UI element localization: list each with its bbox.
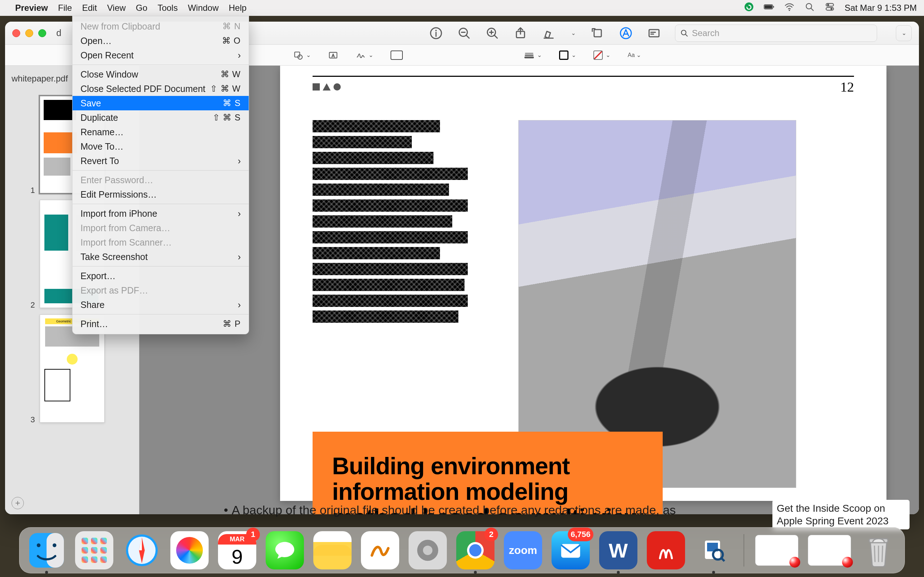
dock-zoom[interactable]: zoom xyxy=(504,531,542,569)
dock-word[interactable]: W xyxy=(599,531,637,569)
svg-point-0 xyxy=(745,3,753,11)
font-tool[interactable]: Aa ⌄ xyxy=(628,52,641,58)
dock-messages[interactable] xyxy=(266,531,304,569)
document-view[interactable]: 12 Building environment information mode… xyxy=(139,66,919,514)
highlight-button[interactable] xyxy=(541,26,556,40)
zoom-out-button[interactable] xyxy=(457,26,472,40)
dock-minimized-window[interactable] xyxy=(808,535,851,566)
dock-notes[interactable] xyxy=(313,531,352,569)
svg-rect-3 xyxy=(764,5,772,9)
thumb-page-2: 2 xyxy=(31,300,35,310)
menu-item-duplicate[interactable]: Duplicate⇧ ⌘ S xyxy=(73,110,249,125)
menu-item-open-recent[interactable]: Open Recent› xyxy=(73,48,249,62)
zoom-in-button[interactable] xyxy=(485,26,499,40)
menu-tools[interactable]: Tools xyxy=(157,3,178,13)
line-style[interactable]: ⌄ xyxy=(524,50,542,60)
dock-settings[interactable] xyxy=(409,531,447,569)
menu-help[interactable]: Help xyxy=(229,3,247,13)
app-menu[interactable]: Preview xyxy=(15,3,48,13)
search-icon xyxy=(680,29,688,37)
dock-finder[interactable] xyxy=(27,531,66,569)
svg-line-54 xyxy=(882,546,883,562)
svg-line-6 xyxy=(811,8,814,11)
search-placeholder: Search xyxy=(692,28,719,38)
spotlight-icon[interactable] xyxy=(804,2,815,15)
svg-point-45 xyxy=(423,546,432,555)
wifi-icon[interactable] xyxy=(784,2,795,15)
menu-item-close-window[interactable]: Close Window⌘ W xyxy=(73,67,249,82)
markup-button[interactable] xyxy=(619,26,633,40)
dock-separator xyxy=(743,534,744,567)
control-center-icon[interactable] xyxy=(824,2,835,15)
background-bullet: •A backup of the original file should be… xyxy=(224,503,676,517)
menu-item-export-as-pdf: Export as PDF… xyxy=(73,283,249,298)
dock-minimized-window[interactable] xyxy=(755,535,798,566)
document-title: d xyxy=(56,28,61,38)
dock-acrobat[interactable] xyxy=(647,531,685,569)
svg-rect-30 xyxy=(294,52,300,57)
svg-rect-37 xyxy=(47,533,64,567)
window-controls xyxy=(12,29,46,37)
dock-trash[interactable] xyxy=(861,531,897,569)
form-button[interactable] xyxy=(647,26,661,40)
dock-preview[interactable] xyxy=(695,531,733,569)
minimize-button[interactable] xyxy=(25,29,33,37)
background-sidebar-item: Get the Inside Scoop on Apple Spring Eve… xyxy=(772,500,909,529)
zoom-button[interactable] xyxy=(38,29,46,37)
battery-icon[interactable] xyxy=(764,2,775,15)
dock-mail[interactable]: 6,756 xyxy=(551,531,590,569)
svg-point-12 xyxy=(435,29,437,31)
menu-item-save[interactable]: Save⌘ S xyxy=(73,96,249,110)
svg-line-15 xyxy=(466,35,469,38)
menu-item-open[interactable]: Open…⌘ O xyxy=(73,34,249,48)
menu-item-take-screenshot[interactable]: Take Screenshot› xyxy=(73,250,249,264)
dock-launchpad[interactable] xyxy=(75,531,113,569)
dock-safari[interactable] xyxy=(123,531,161,569)
add-page-button[interactable]: + xyxy=(11,497,24,509)
dock-photos[interactable] xyxy=(170,531,208,569)
menu-item-print[interactable]: Print…⌘ P xyxy=(73,317,249,331)
rotate-button[interactable] xyxy=(591,26,605,40)
svg-rect-23 xyxy=(594,29,601,37)
menu-go[interactable]: Go xyxy=(136,3,147,13)
fill-color[interactable]: ⌄ xyxy=(593,50,611,60)
menu-item-enter-password: Enter Password… xyxy=(73,173,249,187)
highlight-chevron[interactable]: ⌄ xyxy=(570,26,577,40)
shapes-tool[interactable]: ⌄ xyxy=(293,50,311,60)
menu-item-share[interactable]: Share› xyxy=(73,298,249,312)
dock-calendar[interactable]: MAR91 xyxy=(218,531,256,569)
menu-item-export[interactable]: Export… xyxy=(73,269,249,283)
toolbar-overflow[interactable]: ⌄ xyxy=(896,25,912,41)
share-button[interactable] xyxy=(513,26,528,40)
menu-file[interactable]: File xyxy=(58,3,72,13)
menu-item-close-selected-pdf-document[interactable]: Close Selected PDF Document⇧ ⌘ W xyxy=(73,82,249,96)
menu-item-import-from-iphone[interactable]: Import from iPhone› xyxy=(73,206,249,221)
text-tool[interactable] xyxy=(328,50,338,60)
menu-item-rename[interactable]: Rename… xyxy=(73,125,249,139)
menu-item-edit-permissions[interactable]: Edit Permissions… xyxy=(73,187,249,201)
menu-item-revert-to[interactable]: Revert To› xyxy=(73,154,249,168)
info-button[interactable] xyxy=(429,26,443,40)
dock-chrome[interactable]: 2 xyxy=(456,531,494,569)
menubar-clock[interactable]: Sat Mar 9 1:53 PM xyxy=(845,3,917,13)
dock-freeform[interactable] xyxy=(361,531,399,569)
svg-point-39 xyxy=(53,543,56,547)
close-button[interactable] xyxy=(12,29,20,37)
menubar: Preview File Edit View Go Tools Window H… xyxy=(0,0,924,16)
page-ornament-icon xyxy=(313,83,341,90)
grammarly-icon[interactable] xyxy=(743,2,754,15)
svg-rect-46 xyxy=(561,544,580,558)
menu-view[interactable]: View xyxy=(107,3,126,13)
crop-tool[interactable] xyxy=(391,50,403,60)
svg-line-52 xyxy=(874,546,875,562)
svg-line-29 xyxy=(685,34,688,36)
menu-window[interactable]: Window xyxy=(188,3,218,13)
page-number: 12 xyxy=(840,79,854,95)
search-field[interactable]: Search xyxy=(675,24,877,42)
svg-rect-2 xyxy=(773,6,774,8)
menu-item-move-to[interactable]: Move To… xyxy=(73,139,249,154)
menu-edit[interactable]: Edit xyxy=(82,3,97,13)
sign-tool[interactable]: ⌄ xyxy=(355,50,373,60)
thumb-page-3: 3 xyxy=(31,415,35,424)
stroke-color[interactable]: ⌄ xyxy=(559,50,576,60)
